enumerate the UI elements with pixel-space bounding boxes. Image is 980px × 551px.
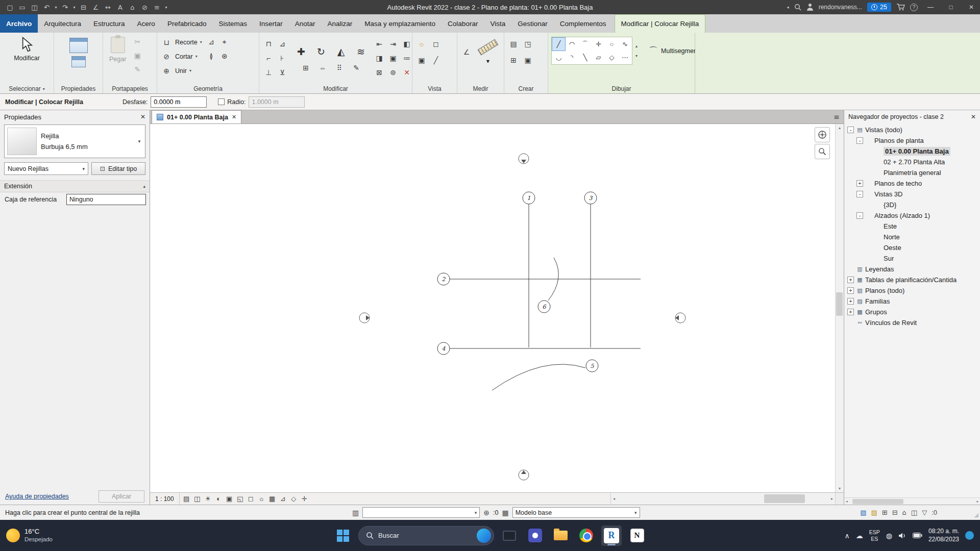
tree-item[interactable]: 02 + 2.70 Planta Alta (844, 157, 980, 167)
user-icon[interactable] (806, 4, 814, 11)
weather-widget[interactable]: 16°C Despejado (0, 528, 53, 544)
copy-icon[interactable]: ▣ (131, 49, 143, 62)
tree-expander[interactable]: - (856, 137, 863, 144)
array-icon[interactable]: ⠿ (333, 62, 346, 74)
design-options-icon[interactable]: ▦ (502, 509, 508, 517)
minimize-button[interactable]: — (923, 0, 938, 14)
tab-vista[interactable]: Vista (484, 14, 511, 33)
draw-scroll-up-icon[interactable]: ▴ (635, 44, 638, 48)
tab-colaborar[interactable]: Colaborar (442, 14, 484, 33)
tree-item[interactable]: Sur (844, 253, 980, 264)
tab-archivo[interactable]: Archivo (0, 14, 38, 33)
language-indicator[interactable]: ESP ES (869, 529, 880, 541)
design-option-select[interactable]: Modelo base ▾ (512, 507, 640, 518)
reveal-hidden-icon[interactable]: ☼ (256, 493, 267, 504)
network-globe-icon[interactable]: ◍ (886, 532, 892, 540)
tree-expander[interactable]: + (847, 298, 854, 305)
horizontal-scrollbar[interactable]: ◂ ▸ (610, 493, 835, 505)
split-icon[interactable]: ⊦ (276, 52, 288, 64)
clock[interactable]: 08:20 a. m. 22/08/2023 (928, 528, 959, 543)
help-icon[interactable]: ? (910, 4, 918, 11)
cut-profile-icon[interactable]: ⊠ (373, 66, 385, 79)
wall-joins-icon[interactable]: ⊿ (205, 36, 217, 48)
tree-item[interactable]: - Planos de planta (844, 135, 980, 146)
pick-line-icon[interactable]: ╲ (579, 51, 592, 64)
aligned-dimension-icon[interactable]: ↔ (102, 2, 114, 13)
highlight-displacement-icon[interactable]: ◇ (288, 493, 299, 504)
tree-item[interactable]: - ▤ Vistas (todo) (844, 124, 980, 135)
tree-expander[interactable] (847, 266, 854, 272)
drag-on-selection-icon[interactable]: ◫ (911, 509, 917, 516)
tree-expander[interactable]: - (856, 191, 863, 197)
default-3d-view-icon[interactable]: ⌂ (127, 2, 138, 13)
fillet-arc-icon[interactable]: ◡ (552, 51, 565, 64)
move-icon[interactable]: ✚ (293, 43, 309, 60)
filter-icon[interactable]: ▽ (922, 509, 927, 516)
wall-join-display-icon[interactable]: ◧ (401, 38, 413, 50)
isolate-icon[interactable]: ▣ (415, 54, 428, 66)
browser-scrollbar[interactable]: ◂ ▸ (844, 497, 980, 505)
tree-expander[interactable]: + (847, 277, 854, 283)
show-crop-icon[interactable]: ◱ (235, 493, 246, 504)
horizontal-scroll-thumb[interactable] (764, 494, 805, 503)
battery-icon[interactable] (913, 533, 922, 538)
apply-button[interactable]: Aplicar (99, 490, 144, 503)
create-similar-icon[interactable]: ▤ (507, 38, 520, 50)
view-tab[interactable]: 01+ 0.00 Planta Baja ✕ (152, 110, 241, 123)
align-icon[interactable]: ⊓ (262, 38, 275, 50)
start-button[interactable] (333, 525, 353, 546)
tab-masa-y-emplazamiento[interactable]: Masa y emplazamiento (358, 14, 442, 33)
tree-expander[interactable]: + (856, 180, 863, 187)
drawing-canvas[interactable]: 1 2 3 4 5 6 (150, 124, 844, 492)
tab-insertar[interactable]: Insertar (253, 14, 289, 33)
browser-scroll-thumb[interactable] (852, 499, 903, 504)
offset-icon[interactable]: ≋ (353, 43, 369, 60)
tree-item[interactable]: Planimetría general (844, 167, 980, 178)
element-selector[interactable]: Nuevo Rejillas ▾ (4, 162, 88, 175)
delete-icon[interactable]: ✕ (401, 66, 413, 79)
tree-expander[interactable] (866, 255, 872, 262)
print-icon[interactable]: ⊟ (78, 2, 89, 13)
bing-icon[interactable] (477, 529, 491, 543)
tree-expander[interactable]: - (856, 212, 863, 219)
cart-icon[interactable] (896, 4, 905, 11)
chrome-button[interactable] (576, 525, 596, 546)
pick-axes-icon[interactable]: ✛ (592, 38, 605, 51)
tree-item[interactable]: + ▨ Familias (844, 296, 980, 307)
tree-expander[interactable]: - (847, 127, 854, 133)
resize-grip-icon[interactable]: ◢ (974, 512, 978, 518)
detail-level-icon[interactable]: ▤ (181, 493, 192, 504)
type-selector[interactable]: Rejilla Burbuja 6,5 mm ▾ (4, 124, 145, 158)
create-assembly-icon[interactable]: ⊞ (507, 54, 520, 66)
worksets-icon[interactable]: ▥ (352, 509, 359, 517)
signed-in-user[interactable]: rendonvaness... (819, 4, 862, 11)
create-parts-icon[interactable]: ▣ (522, 54, 534, 66)
tree-item[interactable]: Este (844, 221, 980, 232)
join-geometry-button[interactable]: ⊕Unir▾ (160, 64, 202, 77)
open-file-icon[interactable]: ▭ (16, 2, 28, 13)
scale-button[interactable]: 1 : 100 (150, 493, 180, 505)
tree-item[interactable]: + ▩ Grupos (844, 307, 980, 317)
crop-view-icon[interactable]: ▣ (224, 493, 235, 504)
undo-caret-icon[interactable]: ▾ (53, 2, 59, 13)
tree-item[interactable]: + ▦ Tablas de planificación/Cantida (844, 274, 980, 285)
editable-only-icon[interactable]: ▨ (871, 509, 877, 516)
scale-icon[interactable]: ⇔ (316, 62, 329, 74)
tree-item[interactable]: {3D} (844, 199, 980, 210)
tree-item[interactable]: - Vistas 3D (844, 189, 980, 199)
trim-corner-icon[interactable]: ⌐ (262, 52, 275, 64)
hide-elements-icon[interactable]: ◻ (430, 38, 442, 50)
tree-item[interactable]: 01+ 0.00 Planta Baja (844, 146, 980, 157)
tree-expander[interactable] (866, 148, 872, 155)
close-button[interactable]: ✕ (964, 0, 979, 14)
tree-item[interactable]: - Alzados (Alzado 1) (844, 210, 980, 221)
view-tab-menu-icon[interactable]: ≡ (834, 113, 840, 121)
tab-anotar[interactable]: Anotar (289, 14, 322, 33)
unpin-icon[interactable]: ⊻ (276, 66, 288, 79)
search-collapse-icon[interactable]: ◂ (787, 5, 789, 10)
shadows-icon[interactable]: ◐ (213, 493, 224, 504)
unjoin-icon[interactable]: ≬ (205, 50, 217, 62)
reveal-constraints-icon[interactable]: ✛ (299, 493, 310, 504)
copy-icon[interactable]: ⊞ (300, 62, 312, 74)
start-end-radius-arc-icon[interactable]: ◠ (566, 38, 578, 51)
